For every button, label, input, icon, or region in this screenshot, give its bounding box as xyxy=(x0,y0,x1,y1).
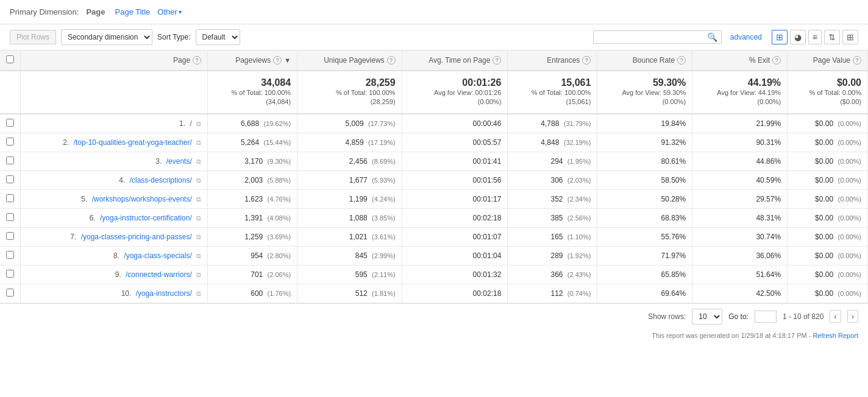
pivot-view-btn[interactable]: ⊞ xyxy=(842,30,858,44)
next-page-btn[interactable]: › xyxy=(847,310,858,323)
dim-page-title-btn[interactable]: Page Title xyxy=(113,6,153,18)
col-entrances: Entrances ? xyxy=(508,51,597,71)
page-link[interactable]: / xyxy=(190,119,191,128)
page-link[interactable]: /workshops/workshops-events/ xyxy=(92,195,192,203)
bar-view-btn[interactable]: ≡ xyxy=(808,30,822,44)
toolbar: Plot Rows Secondary dimension Sort Type:… xyxy=(0,24,868,51)
advanced-link[interactable]: advanced xyxy=(730,33,762,41)
row-pageviews: 600 (1.76%) xyxy=(208,284,297,303)
dim-page-btn[interactable]: Page xyxy=(84,6,107,18)
sort-type-select[interactable]: Default xyxy=(196,29,240,45)
row-pageviews: 1,259 (3.69%) xyxy=(208,227,297,246)
row-num: 10. xyxy=(121,289,132,298)
page-link[interactable]: /yoga-classes-pricing-and-passes/ xyxy=(81,233,192,241)
col-pct-exit-help[interactable]: ? xyxy=(772,56,781,65)
compare-view-btn[interactable]: ⇅ xyxy=(824,30,840,44)
copy-icon[interactable]: ⧉ xyxy=(196,252,201,259)
col-page-value-help[interactable]: ? xyxy=(853,56,861,65)
copy-icon[interactable]: ⧉ xyxy=(196,214,201,222)
chevron-down-icon: ▾ xyxy=(179,9,182,15)
row-checkbox[interactable] xyxy=(6,119,14,127)
col-page-help[interactable]: ? xyxy=(193,56,201,65)
table-row: 8. /yoga-class-specials/ ⧉ 954 (2.80%) 8… xyxy=(0,246,868,265)
show-rows-label: Show rows: xyxy=(648,312,686,321)
page-link[interactable]: /yoga-class-specials/ xyxy=(124,251,191,260)
prev-page-btn[interactable]: ‹ xyxy=(830,310,841,323)
row-checkbox[interactable] xyxy=(6,213,14,221)
row-pct-exit: 42.50% xyxy=(692,284,788,303)
copy-icon[interactable]: ⧉ xyxy=(196,158,201,165)
row-entrances: 112 (0.74%) xyxy=(508,284,597,303)
copy-icon[interactable]: ⧉ xyxy=(196,290,201,297)
row-page-value: $0.00 (0.00%) xyxy=(788,133,868,152)
col-page-value-label: Page Value xyxy=(813,56,850,65)
row-checkbox[interactable] xyxy=(6,289,14,297)
search-icon[interactable]: 🔍 xyxy=(707,32,717,42)
select-all-checkbox[interactable] xyxy=(6,55,14,63)
col-pageviews-help[interactable]: ? xyxy=(273,56,282,65)
copy-icon[interactable]: ⧉ xyxy=(196,233,201,241)
col-avg-time-help[interactable]: ? xyxy=(493,56,501,65)
row-checkbox[interactable] xyxy=(6,270,14,278)
copy-icon[interactable]: ⧉ xyxy=(196,271,201,278)
page-link[interactable]: /yoga-instructor-certification/ xyxy=(100,214,192,222)
page-link[interactable]: /connected-warriors/ xyxy=(126,270,192,279)
row-num: 1. xyxy=(179,119,185,128)
table-row: 5. /workshops/workshops-events/ ⧉ 1,623 … xyxy=(0,189,868,208)
row-unique-pageviews: 845 (2.99%) xyxy=(297,246,402,265)
table-row: 7. /yoga-classes-pricing-and-passes/ ⧉ 1… xyxy=(0,227,868,246)
row-avg-time: 00:01:07 xyxy=(402,227,508,246)
row-unique-pageviews: 2,456 (8.69%) xyxy=(297,152,402,170)
refresh-report-link[interactable]: Refresh Report xyxy=(813,332,858,339)
page-link[interactable]: /top-10-qualities-great-yoga-teacher/ xyxy=(74,138,192,147)
row-checkbox[interactable] xyxy=(6,194,14,202)
row-entrances: 352 (2.34%) xyxy=(508,189,597,208)
row-num: 7. xyxy=(70,233,76,241)
copy-icon[interactable]: ⧉ xyxy=(196,120,201,127)
pie-view-btn[interactable]: ◕ xyxy=(790,30,806,44)
row-checkbox-cell xyxy=(0,208,21,227)
table-header: Page ? Pageviews ? ▼ Unique Pageviews ? xyxy=(0,51,868,71)
page-link[interactable]: /events/ xyxy=(166,157,192,166)
copy-icon[interactable]: ⧉ xyxy=(196,139,201,146)
row-entrances: 294 (1.95%) xyxy=(508,152,597,170)
col-entrances-help[interactable]: ? xyxy=(582,56,591,65)
total-entrances-main: 15,061 xyxy=(514,77,591,88)
row-avg-time: 00:05:57 xyxy=(402,133,508,152)
row-page-value: $0.00 (0.00%) xyxy=(788,227,868,246)
row-checkbox[interactable] xyxy=(6,232,14,240)
row-bounce-rate: 69.64% xyxy=(597,284,692,303)
grid-view-btn[interactable]: ⊞ xyxy=(772,30,788,44)
table-row: 1. / ⧉ 6,688 (19.62%) 5,009 (17.73%) 00:… xyxy=(0,114,868,133)
total-page-value-main: $0.00 xyxy=(794,77,861,88)
row-pageviews: 701 (2.06%) xyxy=(208,265,297,284)
total-page-value-sub: % of Total: 0.00%($0.00) xyxy=(794,88,861,107)
row-checkbox[interactable] xyxy=(6,251,14,259)
search-input[interactable] xyxy=(597,33,707,41)
goto-input[interactable]: 1 xyxy=(755,311,777,323)
col-unique-pageviews-label: Unique Pageviews xyxy=(324,56,384,65)
row-checkbox[interactable] xyxy=(6,156,14,164)
col-unique-help[interactable]: ? xyxy=(387,56,396,65)
row-avg-time: 00:02:18 xyxy=(402,284,508,303)
copy-icon[interactable]: ⧉ xyxy=(196,195,201,203)
row-avg-time: 00:01:56 xyxy=(402,170,508,189)
row-checkbox[interactable] xyxy=(6,175,14,183)
row-checkbox[interactable] xyxy=(6,138,14,146)
page-link[interactable]: /class-descriptions/ xyxy=(130,176,192,184)
row-page: 2. /top-10-qualities-great-yoga-teacher/… xyxy=(21,133,208,152)
col-bounce-help[interactable]: ? xyxy=(677,56,686,65)
secondary-dimension-select[interactable]: Secondary dimension xyxy=(61,29,152,45)
dim-other-btn[interactable]: Other ▾ xyxy=(157,7,182,16)
total-pct-exit-sub: Avg for View: 44.19%(0.00%) xyxy=(699,88,781,107)
show-rows-select[interactable]: 10 25 50 100 xyxy=(692,309,722,325)
row-page: 4. /class-descriptions/ ⧉ xyxy=(21,170,208,189)
row-bounce-rate: 50.28% xyxy=(597,189,692,208)
plot-rows-btn[interactable]: Plot Rows xyxy=(10,30,56,44)
copy-icon[interactable]: ⧉ xyxy=(196,177,201,184)
table-container: Page ? Pageviews ? ▼ Unique Pageviews ? xyxy=(0,51,868,303)
row-page: 10. /yoga-instructors/ ⧉ xyxy=(21,284,208,303)
row-page: 6. /yoga-instructor-certification/ ⧉ xyxy=(21,208,208,227)
page-link[interactable]: /yoga-instructors/ xyxy=(136,289,192,298)
total-unique-main: 28,259 xyxy=(304,77,396,88)
